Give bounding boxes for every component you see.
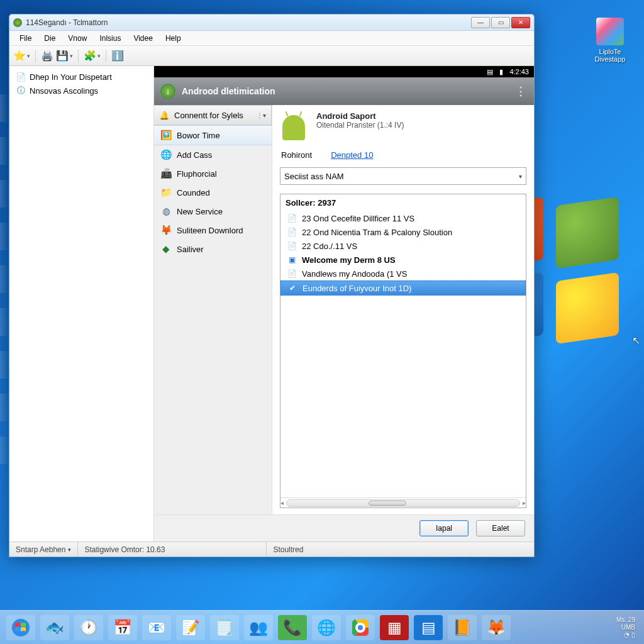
tree-item-dispetart[interactable]: 📄 Dhep In Your Dispetart: [12, 70, 151, 84]
list-item-text: Vandlews my Andooda (1 VS: [302, 269, 407, 279]
taskbar-mail-icon[interactable]: 📧: [142, 615, 171, 640]
desktop-icon-label: LiploTe: [589, 48, 631, 55]
selector-combo[interactable]: Seciist ass NAM ▾: [280, 167, 526, 185]
chevron-down-icon[interactable]: ▾: [97, 53, 101, 59]
nav-item-label: Bowor Time: [177, 131, 220, 140]
list-item[interactable]: 📄22 Cdo./.11 VS: [280, 239, 526, 253]
primary-button[interactable]: Iapal: [419, 520, 469, 536]
list-item[interactable]: 📄Vandlews my Andooda (1 VS: [280, 267, 526, 280]
label-rohiront: Rohiront: [281, 150, 312, 160]
picture-icon: 🖼️: [160, 130, 172, 141]
device-subtitle: Oitendal Pranster (1.:4 IV): [316, 121, 404, 130]
list-item[interactable]: 📄23 Ond Cecefite Dillficer 11 VS: [280, 211, 526, 225]
menu-die[interactable]: Die: [38, 32, 62, 45]
nav-item-sailiver[interactable]: ◆ Sailiver: [154, 240, 272, 258]
desktop-icon-label: Divestapp: [589, 55, 631, 63]
menu-videe[interactable]: Videe: [127, 32, 158, 45]
doc-icon: 📄: [287, 269, 297, 279]
taskbar-globe-icon[interactable]: 🌐: [312, 615, 341, 640]
device-icon: 📠: [160, 168, 172, 179]
nav-item-add-cass[interactable]: 🌐 Add Cass: [154, 145, 272, 164]
secondary-button[interactable]: Ealet: [476, 520, 525, 536]
nav-header-connect[interactable]: 🔔 Connentt for Sylels ⋮▾: [154, 105, 272, 125]
list-item[interactable]: ✔Eunderds of Fuiyvour Inot 1D): [280, 280, 526, 296]
separator: [106, 50, 106, 62]
nav-item-new-service[interactable]: ◍ New Service: [154, 202, 272, 221]
category-nav: 🔔 Connentt for Sylels ⋮▾ 🖼️ Bowor Time 🌐…: [154, 105, 272, 514]
list-header: Sollcer: 2937: [280, 194, 526, 211]
nav-item-bowor-time[interactable]: 🖼️ Bowor Time: [154, 125, 272, 145]
status-right: Stoultred: [267, 542, 309, 557]
system-tray[interactable]: Ms. 29 UMB ◔ ▯: [616, 616, 638, 639]
chevron-down-icon[interactable]: ▾: [27, 53, 30, 59]
combo-value: Seciist ass NAM: [284, 172, 344, 181]
nav-item-fluphorcial[interactable]: 📠 Fluphorcial: [154, 164, 272, 183]
titlebar[interactable]: 114Segandı - Tclmattorn — ▭ ✕: [9, 14, 534, 31]
globe-icon: 🌐: [160, 149, 172, 160]
taskbar-contacts-icon[interactable]: 👥: [244, 615, 273, 640]
taskbar-folder-icon[interactable]: 📙: [448, 615, 477, 640]
scroll-right-icon[interactable]: ▸: [523, 499, 526, 506]
taskbar-app-red-icon[interactable]: ▦: [380, 615, 409, 640]
statusbar: Sntarp Aebhen▾ Statigwive Omtor: 10.63 S…: [9, 541, 534, 557]
nav-item-suliteen-download[interactable]: 🦊 Suliteen Downlord: [154, 221, 272, 240]
overflow-icon[interactable]: ⋮: [515, 84, 528, 98]
taskbar-notepad-icon[interactable]: 🗒️: [210, 615, 239, 640]
taskbar-firefox-icon[interactable]: 🦊: [482, 615, 511, 640]
save-icon[interactable]: 💾: [56, 50, 69, 62]
section-title: Androod dletimication: [182, 86, 275, 96]
print-icon[interactable]: 🖨️: [41, 50, 53, 62]
android-icon: [280, 111, 308, 143]
taskbar-phone-icon[interactable]: 📞: [278, 615, 307, 640]
list-item-text: 22 Ond Nicentia Tram & Pcalony Sloution: [302, 228, 452, 237]
nav-item-label: New Service: [177, 207, 223, 216]
taskbar-notes-icon[interactable]: 📝: [176, 615, 205, 640]
info-icon[interactable]: ℹ️: [111, 50, 124, 62]
device-clock: 4:2:43: [509, 68, 529, 75]
minimize-button[interactable]: —: [471, 17, 490, 28]
list-item-text: 22 Cdo./.11 VS: [302, 242, 357, 251]
sd-icon: ▤: [487, 68, 493, 76]
chevron-down-icon: ▾: [519, 173, 522, 180]
taskbar-fish-icon[interactable]: 🐟: [40, 615, 69, 640]
start-button[interactable]: [6, 615, 35, 640]
status-left: Sntarp Aebhen▾: [9, 542, 78, 557]
tree-item-ascolings[interactable]: ⓘ Nnsovas Ascolings: [12, 84, 151, 97]
tray-clock-icon: ◔ ▯: [616, 631, 635, 639]
bell-icon: 🔔: [159, 111, 169, 120]
taskbar-clock-icon[interactable]: 🕐: [74, 615, 103, 640]
window-title: 114Segandı - Tclmattorn: [26, 18, 108, 27]
diamond-icon: ◆: [160, 243, 172, 255]
check-icon: ✔: [287, 283, 297, 293]
tray-line2: UMB: [616, 624, 635, 631]
menu-file[interactable]: File: [13, 32, 38, 45]
grid-icon: ▣: [287, 255, 297, 265]
download-icon: 🦊: [160, 225, 172, 236]
results-list: Sollcer: 2937 📄23 Ond Cecefite Dillficer…: [280, 194, 526, 508]
list-item-text: Eunderds of Fuiyvour Inot 1D): [303, 284, 411, 293]
nav-item-label: Fluphorcial: [177, 169, 217, 179]
list-item[interactable]: ▣Welcome my Derm 8 US: [280, 253, 526, 267]
taskbar-chrome-icon[interactable]: [346, 615, 375, 640]
list-item[interactable]: 📄22 Ond Nicentia Tram & Pcalony Sloution: [280, 225, 526, 239]
maximize-button[interactable]: ▭: [491, 17, 510, 28]
nav-item-counded[interactable]: 📁 Counded: [154, 183, 272, 202]
menu-vnow[interactable]: Vnow: [62, 32, 93, 45]
scroll-left-icon[interactable]: ◂: [280, 499, 284, 506]
taskbar-app-blue-icon[interactable]: ▤: [414, 615, 443, 640]
scroll-thumb[interactable]: [369, 501, 406, 506]
desktop-icon-divestapp[interactable]: LiploTe Divestapp: [589, 18, 631, 63]
app-window: 114Segandı - Tclmattorn — ▭ ✕ File Die V…: [9, 14, 535, 557]
menu-inlsius[interactable]: Inlsius: [93, 32, 127, 45]
horizontal-scrollbar[interactable]: ◂ ▸: [280, 497, 526, 508]
taskbar-calendar-icon[interactable]: 📅: [108, 615, 137, 640]
section-header: ↓ Androod dletimication ⋮: [154, 77, 534, 105]
toolbar: ⭐ ▾ 🖨️ 💾 ▾ 🧩 ▾ ℹ️: [9, 46, 534, 66]
favorite-icon[interactable]: ⭐: [13, 50, 26, 62]
settings-icon[interactable]: 🧩: [84, 50, 96, 62]
close-button[interactable]: ✕: [511, 17, 530, 28]
doc-icon: 📄: [287, 227, 297, 237]
link-denpted[interactable]: Denpted 10: [331, 150, 373, 160]
chevron-down-icon[interactable]: ▾: [70, 53, 73, 59]
menu-help[interactable]: Help: [159, 32, 187, 45]
